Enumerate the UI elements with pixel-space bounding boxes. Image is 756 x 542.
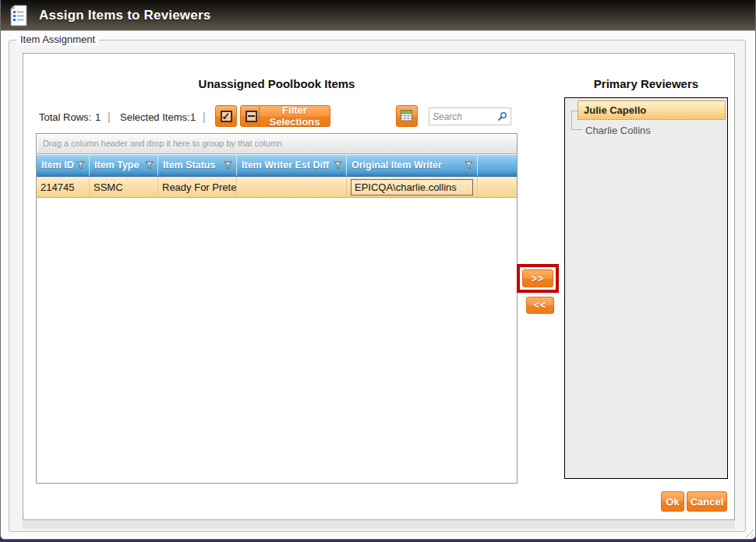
- column-header-item-status[interactable]: Item Status: [158, 154, 237, 176]
- cell-item-status[interactable]: Ready For Pretest: [158, 178, 237, 197]
- toolbar-separator: |: [203, 111, 206, 123]
- total-rows-value: 1: [95, 111, 101, 123]
- column-header-item-type[interactable]: Item Type: [90, 154, 158, 176]
- focused-cell-value[interactable]: EPICQA\charlie.collins: [351, 179, 473, 195]
- toolbar-separator: |: [108, 111, 111, 123]
- total-rows-label: Total Rows:: [39, 111, 91, 123]
- desktop: { "window": { "title": "Assign Items to …: [0, 0, 756, 542]
- funnel-icon[interactable]: [224, 161, 232, 170]
- cell-empty: [478, 178, 517, 197]
- funnel-icon[interactable]: [334, 161, 342, 170]
- tree-connector-stub: [571, 129, 582, 130]
- search-box: [429, 107, 511, 125]
- cell-item-id[interactable]: 214745: [37, 178, 90, 197]
- document-checklist-icon: [9, 5, 28, 26]
- selected-items-label: Selected Items:: [120, 111, 190, 123]
- grid-header-row: Item ID Item Type Item Status Item: [37, 154, 517, 177]
- items-grid: Drag a column header and drop it here to…: [36, 133, 518, 484]
- unassign-button[interactable]: <<: [526, 297, 554, 314]
- column-header-item-id[interactable]: Item ID: [37, 154, 90, 176]
- primary-reviewers-heading: Primary Reviewers: [564, 77, 728, 90]
- checkbox-checked-icon: ✓: [221, 111, 232, 122]
- search-icon[interactable]: [497, 111, 507, 121]
- cell-item-writer-est-diff[interactable]: [237, 178, 347, 197]
- groupbox-label: Item Assignment: [16, 33, 99, 45]
- main-panel: Unassigned Poolbook Items Primary Review…: [23, 53, 735, 520]
- item-assignment-groupbox: Item Assignment Unassigned Poolbook Item…: [9, 40, 746, 532]
- reviewers-listbox[interactable]: Julie Capello Charlie Collins: [564, 97, 728, 479]
- cancel-button[interactable]: Cancel: [687, 491, 727, 512]
- tree-connector-stub: [571, 111, 578, 111]
- filter-selections-button[interactable]: Filter Selections: [259, 105, 330, 127]
- unassigned-items-heading: Unassigned Poolbook Items: [36, 77, 518, 90]
- cell-original-item-writer[interactable]: EPICQA\charlie.collins: [347, 178, 478, 197]
- cell-item-type[interactable]: SSMC: [90, 178, 158, 197]
- export-grid-button[interactable]: [396, 105, 418, 127]
- ok-button[interactable]: Ok: [661, 491, 684, 512]
- assign-items-window: Assign Items to Reviewers Item Assignmen…: [0, 0, 756, 540]
- column-header-item-writer-est-diff[interactable]: Item Writer Est Diff: [237, 154, 347, 176]
- select-all-button[interactable]: ✓: [215, 105, 237, 127]
- column-header-original-item-writer[interactable]: Original Item Writer: [347, 154, 478, 176]
- tree-connector-line: [571, 111, 572, 129]
- funnel-icon[interactable]: [145, 161, 154, 170]
- selected-items-value: 1: [190, 111, 196, 123]
- assign-button[interactable]: >>: [522, 269, 553, 287]
- reviewer-item[interactable]: Charlie Collins: [585, 122, 724, 138]
- group-by-hint[interactable]: Drag a column header and drop it here to…: [37, 134, 517, 154]
- funnel-icon[interactable]: [76, 161, 85, 170]
- window-title: Assign Items to Reviewers: [39, 8, 210, 23]
- table-grid-icon: [400, 109, 414, 123]
- checkbox-dash-icon: [246, 111, 257, 122]
- assign-button-highlight: >>: [517, 264, 559, 293]
- grid-row-selected[interactable]: 214745 SSMC Ready For Pretest EPICQA\cha…: [37, 177, 517, 198]
- funnel-icon[interactable]: [465, 161, 473, 170]
- titlebar[interactable]: Assign Items to Reviewers: [1, 0, 755, 31]
- grid-empty-area: [37, 199, 517, 483]
- reviewer-item-selected[interactable]: Julie Capello: [578, 100, 726, 120]
- column-header-empty: [478, 154, 517, 176]
- content-area: Item Assignment Unassigned Poolbook Item…: [1, 31, 755, 539]
- search-input[interactable]: [429, 111, 497, 122]
